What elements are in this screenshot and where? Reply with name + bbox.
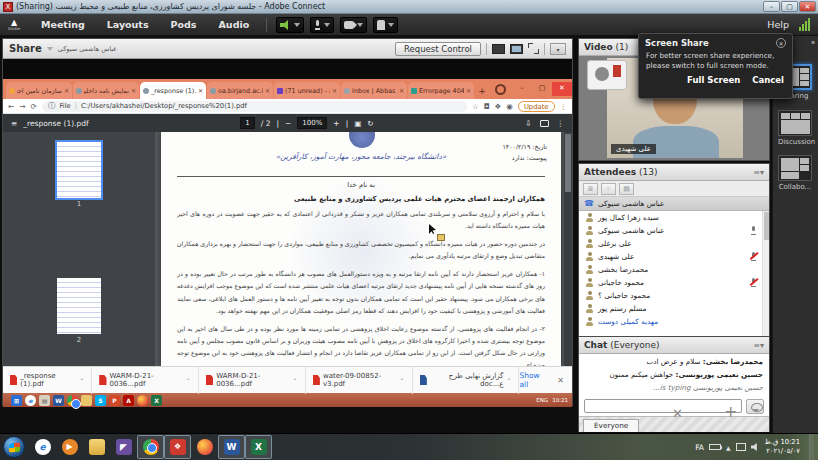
show-all-downloads-button[interactable]: Show all — [519, 371, 547, 389]
page-number-input[interactable]: 1 — [240, 117, 254, 129]
remote-powerpoint-icon[interactable]: P — [109, 395, 120, 406]
dialog-close-icon[interactable]: ✕ — [776, 38, 786, 48]
webcam-button[interactable] — [340, 17, 367, 33]
minimize-button[interactable]: – — [763, 1, 780, 12]
chat-pod-options-icon[interactable]: ≡▾ — [753, 341, 764, 350]
taskbar-firefox-button[interactable] — [191, 435, 218, 459]
remote-chrome-icon[interactable] — [67, 395, 78, 406]
close-pod-icon[interactable]: ✕ — [672, 406, 683, 421]
share-pod-title[interactable]: Share — [9, 43, 42, 54]
chevron-down-icon[interactable] — [324, 23, 330, 27]
taskbar-kmplayer-button[interactable]: ◤ — [110, 435, 137, 459]
attendee-row[interactable]: محمود حاجیانی ؟ — [579, 289, 769, 302]
taskbar-excel-button[interactable]: X — [245, 435, 272, 459]
zoom-out-icon[interactable]: − — [285, 119, 291, 128]
volume-icon[interactable] — [751, 443, 760, 451]
language-indicator[interactable]: FA — [695, 443, 704, 452]
view-original-size-icon[interactable] — [492, 44, 505, 54]
view-fit-screen-icon[interactable] — [510, 44, 523, 54]
full-screen-button[interactable]: Full Screen — [687, 75, 740, 85]
download-item[interactable]: water-09-00852-v3.pdf ⌃ — [306, 367, 413, 394]
chat-tab-everyone[interactable]: Everyone — [583, 419, 639, 432]
attendee-row[interactable]: علی شهیدی — [579, 250, 769, 263]
menu-audio[interactable]: Audio — [208, 14, 261, 36]
browser-tab[interactable]: سازمان تامین اجتما ✕ — [6, 82, 72, 99]
display-icon[interactable] — [736, 443, 746, 451]
share-menu-caret[interactable] — [47, 47, 53, 51]
tab-close-icon[interactable]: ✕ — [466, 87, 471, 94]
remote-start-icon[interactable]: ⊞ — [11, 395, 22, 406]
connection-signal-icon[interactable] — [799, 18, 810, 31]
taskbar-adobe-connect-button[interactable]: ❖ — [164, 435, 191, 459]
request-control-button[interactable]: Request Control — [395, 42, 481, 56]
layout-item-collaboration[interactable]: Collabo... — [778, 155, 812, 191]
menu-help[interactable]: Help — [757, 19, 799, 30]
pdf-more-icon[interactable]: ⋮ — [557, 119, 565, 128]
page-thumbnail-2[interactable] — [57, 278, 101, 334]
chevron-down-icon[interactable] — [357, 23, 363, 27]
zoom-in-icon[interactable]: + — [333, 119, 339, 128]
layout-thumbnail[interactable] — [778, 110, 812, 136]
chrome-update-button[interactable]: Update — [518, 101, 555, 112]
tab-close-icon[interactable]: ✕ — [64, 87, 69, 94]
tab-close-icon[interactable]: ✕ — [265, 87, 270, 94]
downloads-bar-close-icon[interactable]: ✕ — [557, 376, 564, 385]
attendee-row[interactable]: محمود حاجیانی — [579, 276, 769, 289]
chevron-up-icon[interactable]: ⌃ — [399, 377, 404, 384]
remote-ie-icon[interactable]: e — [25, 395, 36, 406]
remote-firefox-icon[interactable] — [137, 395, 148, 406]
browser-close-button[interactable]: ✕ — [552, 82, 572, 96]
chevron-up-icon[interactable]: ⌃ — [506, 377, 511, 384]
browser-tab[interactable]: نمایش نامه داخلی ✕ — [73, 82, 139, 99]
layouts-panel-icon[interactable]: ▪ — [811, 38, 815, 45]
attendees-pod-options-icon[interactable]: ≡▾ — [753, 168, 764, 177]
browser-maximize-button[interactable]: ▢ — [532, 82, 552, 96]
new-tab-button[interactable]: + — [475, 85, 489, 99]
browser-profile-icon[interactable] — [495, 84, 506, 95]
print-icon[interactable] — [540, 120, 549, 127]
download-item[interactable]: WARM-D-21-0036...pdf ⌃ — [199, 367, 306, 394]
cancel-button[interactable]: Cancel — [752, 75, 784, 85]
page-thumbnail-1[interactable] — [57, 142, 101, 198]
browser-tab-active[interactable]: _response (1).pdf ✕ — [140, 82, 206, 99]
pdf-menu-icon[interactable]: ≡ — [11, 119, 17, 128]
taskbar-ie-button[interactable]: e — [29, 435, 56, 459]
remote-skype-icon[interactable]: S — [95, 395, 106, 406]
remote-excel-icon[interactable]: X — [151, 395, 162, 406]
taskbar-clock[interactable]: 10:21 ق.ظ ۲۰۲۱/۰۵/۰۷ — [765, 438, 800, 456]
chevron-up-icon[interactable]: ⌃ — [79, 377, 84, 384]
chevron-up-icon[interactable]: ⌃ — [293, 377, 298, 384]
profile-avatar-icon[interactable]: ◉ — [506, 102, 513, 111]
shield-icon[interactable]: ◘ — [484, 102, 490, 111]
remote-folder-icon[interactable] — [81, 395, 92, 406]
back-icon[interactable]: ← — [8, 102, 14, 111]
address-bar[interactable]: ⓘ File | C:/Users/akhashei/Desktop/_resp… — [42, 101, 467, 112]
menu-meeting[interactable]: Meeting — [30, 14, 96, 36]
remote-explorer-icon[interactable]: ▤ — [39, 395, 50, 406]
attendee-list-view-button[interactable]: ≣ — [583, 183, 598, 195]
forward-icon[interactable]: → — [19, 102, 25, 111]
attendee-row[interactable]: سیده زهرا کمال پور — [579, 211, 769, 224]
browser-tab[interactable]: Inbox | Abbas Sh ✕ — [341, 82, 407, 99]
attendee-row[interactable]: عباس هاشمی سیوکی — [579, 224, 769, 237]
status-button[interactable] — [373, 17, 398, 33]
download-item[interactable]: _response (1).pdf ⌃ — [3, 367, 92, 394]
layout-item-discussion[interactable]: Discussion — [778, 110, 812, 146]
attendee-row[interactable]: علی بزغلی — [579, 237, 769, 250]
attendee-row[interactable]: مسلم رستم پور — [579, 302, 769, 315]
download-item[interactable]: گزارش نهایی طرح ع...doc ⌃ — [413, 367, 520, 394]
attendee-row[interactable]: محمدرضا بخشی — [579, 263, 769, 276]
layout-thumbnail[interactable] — [778, 155, 812, 181]
close-button[interactable]: ✕ — [799, 1, 816, 12]
download-icon[interactable]: ⇩ — [525, 119, 531, 128]
chevron-down-icon[interactable] — [294, 23, 300, 27]
page-info-icon[interactable]: ⓘ — [48, 101, 56, 111]
fit-page-icon[interactable]: ▣ — [354, 119, 361, 128]
download-item[interactable]: WARM-D-21-0036...pdf ⌃ — [92, 367, 199, 394]
browser-menu-icon[interactable]: ⋮ — [560, 102, 568, 111]
show-desktop-button[interactable] — [809, 434, 814, 460]
battery-icon[interactable] — [709, 444, 721, 450]
taskbar-chrome-button[interactable] — [137, 435, 164, 459]
tab-close-icon[interactable]: ✕ — [332, 87, 337, 94]
chevron-down-icon[interactable] — [388, 23, 394, 27]
